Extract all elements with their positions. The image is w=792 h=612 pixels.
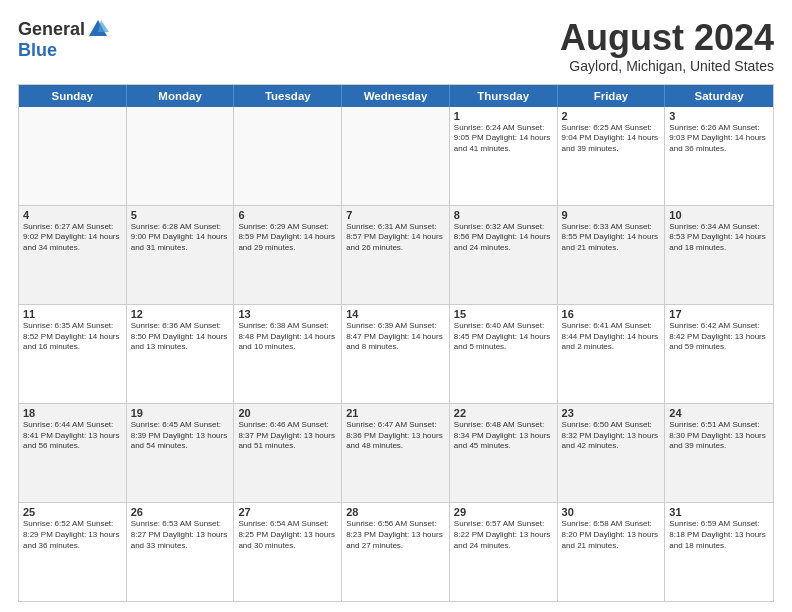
day-number: 28	[346, 506, 445, 518]
cell-info: Sunrise: 6:51 AM Sunset: 8:30 PM Dayligh…	[669, 420, 769, 452]
day-number: 26	[131, 506, 230, 518]
cal-cell-26: 26Sunrise: 6:53 AM Sunset: 8:27 PM Dayli…	[127, 503, 235, 601]
cal-cell-12: 12Sunrise: 6:36 AM Sunset: 8:50 PM Dayli…	[127, 305, 235, 403]
title-block: August 2024 Gaylord, Michigan, United St…	[560, 18, 774, 74]
cell-info: Sunrise: 6:25 AM Sunset: 9:04 PM Dayligh…	[562, 123, 661, 155]
cell-info: Sunrise: 6:32 AM Sunset: 8:56 PM Dayligh…	[454, 222, 553, 254]
cell-info: Sunrise: 6:26 AM Sunset: 9:03 PM Dayligh…	[669, 123, 769, 155]
cal-cell-19: 19Sunrise: 6:45 AM Sunset: 8:39 PM Dayli…	[127, 404, 235, 502]
cal-cell-23: 23Sunrise: 6:50 AM Sunset: 8:32 PM Dayli…	[558, 404, 666, 502]
cell-info: Sunrise: 6:53 AM Sunset: 8:27 PM Dayligh…	[131, 519, 230, 551]
day-number: 20	[238, 407, 337, 419]
cal-cell-10: 10Sunrise: 6:34 AM Sunset: 8:53 PM Dayli…	[665, 206, 773, 304]
calendar-body: 1Sunrise: 6:24 AM Sunset: 9:05 PM Daylig…	[19, 107, 773, 601]
logo-general-text: General	[18, 19, 85, 40]
cal-cell-1: 1Sunrise: 6:24 AM Sunset: 9:05 PM Daylig…	[450, 107, 558, 205]
cal-cell-empty-1	[127, 107, 235, 205]
cell-info: Sunrise: 6:24 AM Sunset: 9:05 PM Dayligh…	[454, 123, 553, 155]
calendar-header: SundayMondayTuesdayWednesdayThursdayFrid…	[19, 85, 773, 107]
cell-info: Sunrise: 6:50 AM Sunset: 8:32 PM Dayligh…	[562, 420, 661, 452]
cal-cell-16: 16Sunrise: 6:41 AM Sunset: 8:44 PM Dayli…	[558, 305, 666, 403]
day-number: 13	[238, 308, 337, 320]
cal-cell-20: 20Sunrise: 6:46 AM Sunset: 8:37 PM Dayli…	[234, 404, 342, 502]
cell-info: Sunrise: 6:34 AM Sunset: 8:53 PM Dayligh…	[669, 222, 769, 254]
header-day-wednesday: Wednesday	[342, 85, 450, 107]
logo: General Blue	[18, 18, 109, 61]
cell-info: Sunrise: 6:28 AM Sunset: 9:00 PM Dayligh…	[131, 222, 230, 254]
location: Gaylord, Michigan, United States	[560, 58, 774, 74]
month-year: August 2024	[560, 18, 774, 58]
day-number: 4	[23, 209, 122, 221]
day-number: 1	[454, 110, 553, 122]
cell-info: Sunrise: 6:42 AM Sunset: 8:42 PM Dayligh…	[669, 321, 769, 353]
cell-info: Sunrise: 6:38 AM Sunset: 8:48 PM Dayligh…	[238, 321, 337, 353]
day-number: 29	[454, 506, 553, 518]
header-day-friday: Friday	[558, 85, 666, 107]
cell-info: Sunrise: 6:57 AM Sunset: 8:22 PM Dayligh…	[454, 519, 553, 551]
cell-info: Sunrise: 6:27 AM Sunset: 9:02 PM Dayligh…	[23, 222, 122, 254]
header-day-tuesday: Tuesday	[234, 85, 342, 107]
cal-cell-27: 27Sunrise: 6:54 AM Sunset: 8:25 PM Dayli…	[234, 503, 342, 601]
day-number: 18	[23, 407, 122, 419]
cell-info: Sunrise: 6:52 AM Sunset: 8:29 PM Dayligh…	[23, 519, 122, 551]
calendar-row-1: 4Sunrise: 6:27 AM Sunset: 9:02 PM Daylig…	[19, 205, 773, 304]
day-number: 2	[562, 110, 661, 122]
day-number: 14	[346, 308, 445, 320]
day-number: 12	[131, 308, 230, 320]
day-number: 23	[562, 407, 661, 419]
cal-cell-3: 3Sunrise: 6:26 AM Sunset: 9:03 PM Daylig…	[665, 107, 773, 205]
calendar: SundayMondayTuesdayWednesdayThursdayFrid…	[18, 84, 774, 602]
day-number: 6	[238, 209, 337, 221]
day-number: 10	[669, 209, 769, 221]
cell-info: Sunrise: 6:44 AM Sunset: 8:41 PM Dayligh…	[23, 420, 122, 452]
cell-info: Sunrise: 6:29 AM Sunset: 8:59 PM Dayligh…	[238, 222, 337, 254]
day-number: 8	[454, 209, 553, 221]
header-day-thursday: Thursday	[450, 85, 558, 107]
cal-cell-15: 15Sunrise: 6:40 AM Sunset: 8:45 PM Dayli…	[450, 305, 558, 403]
cal-cell-25: 25Sunrise: 6:52 AM Sunset: 8:29 PM Dayli…	[19, 503, 127, 601]
cell-info: Sunrise: 6:31 AM Sunset: 8:57 PM Dayligh…	[346, 222, 445, 254]
header-day-monday: Monday	[127, 85, 235, 107]
header-day-saturday: Saturday	[665, 85, 773, 107]
cal-cell-8: 8Sunrise: 6:32 AM Sunset: 8:56 PM Daylig…	[450, 206, 558, 304]
day-number: 24	[669, 407, 769, 419]
day-number: 19	[131, 407, 230, 419]
cal-cell-30: 30Sunrise: 6:58 AM Sunset: 8:20 PM Dayli…	[558, 503, 666, 601]
cal-cell-5: 5Sunrise: 6:28 AM Sunset: 9:00 PM Daylig…	[127, 206, 235, 304]
svg-marker-1	[98, 20, 109, 32]
day-number: 15	[454, 308, 553, 320]
logo-blue-text: Blue	[18, 40, 57, 61]
calendar-row-0: 1Sunrise: 6:24 AM Sunset: 9:05 PM Daylig…	[19, 107, 773, 205]
cal-cell-13: 13Sunrise: 6:38 AM Sunset: 8:48 PM Dayli…	[234, 305, 342, 403]
cal-cell-24: 24Sunrise: 6:51 AM Sunset: 8:30 PM Dayli…	[665, 404, 773, 502]
cal-cell-empty-2	[234, 107, 342, 205]
page: General Blue August 2024 Gaylord, Michig…	[0, 0, 792, 612]
cal-cell-18: 18Sunrise: 6:44 AM Sunset: 8:41 PM Dayli…	[19, 404, 127, 502]
cell-info: Sunrise: 6:41 AM Sunset: 8:44 PM Dayligh…	[562, 321, 661, 353]
cell-info: Sunrise: 6:47 AM Sunset: 8:36 PM Dayligh…	[346, 420, 445, 452]
cell-info: Sunrise: 6:54 AM Sunset: 8:25 PM Dayligh…	[238, 519, 337, 551]
cell-info: Sunrise: 6:56 AM Sunset: 8:23 PM Dayligh…	[346, 519, 445, 551]
header-day-sunday: Sunday	[19, 85, 127, 107]
cell-info: Sunrise: 6:36 AM Sunset: 8:50 PM Dayligh…	[131, 321, 230, 353]
cell-info: Sunrise: 6:45 AM Sunset: 8:39 PM Dayligh…	[131, 420, 230, 452]
cal-cell-9: 9Sunrise: 6:33 AM Sunset: 8:55 PM Daylig…	[558, 206, 666, 304]
cell-info: Sunrise: 6:35 AM Sunset: 8:52 PM Dayligh…	[23, 321, 122, 353]
cal-cell-14: 14Sunrise: 6:39 AM Sunset: 8:47 PM Dayli…	[342, 305, 450, 403]
day-number: 27	[238, 506, 337, 518]
day-number: 30	[562, 506, 661, 518]
calendar-row-3: 18Sunrise: 6:44 AM Sunset: 8:41 PM Dayli…	[19, 403, 773, 502]
day-number: 22	[454, 407, 553, 419]
day-number: 31	[669, 506, 769, 518]
cell-info: Sunrise: 6:48 AM Sunset: 8:34 PM Dayligh…	[454, 420, 553, 452]
logo-icon	[87, 18, 109, 40]
cal-cell-31: 31Sunrise: 6:59 AM Sunset: 8:18 PM Dayli…	[665, 503, 773, 601]
cal-cell-11: 11Sunrise: 6:35 AM Sunset: 8:52 PM Dayli…	[19, 305, 127, 403]
day-number: 17	[669, 308, 769, 320]
cal-cell-empty-0	[19, 107, 127, 205]
cell-info: Sunrise: 6:40 AM Sunset: 8:45 PM Dayligh…	[454, 321, 553, 353]
cal-cell-empty-3	[342, 107, 450, 205]
cal-cell-17: 17Sunrise: 6:42 AM Sunset: 8:42 PM Dayli…	[665, 305, 773, 403]
cell-info: Sunrise: 6:39 AM Sunset: 8:47 PM Dayligh…	[346, 321, 445, 353]
cal-cell-28: 28Sunrise: 6:56 AM Sunset: 8:23 PM Dayli…	[342, 503, 450, 601]
